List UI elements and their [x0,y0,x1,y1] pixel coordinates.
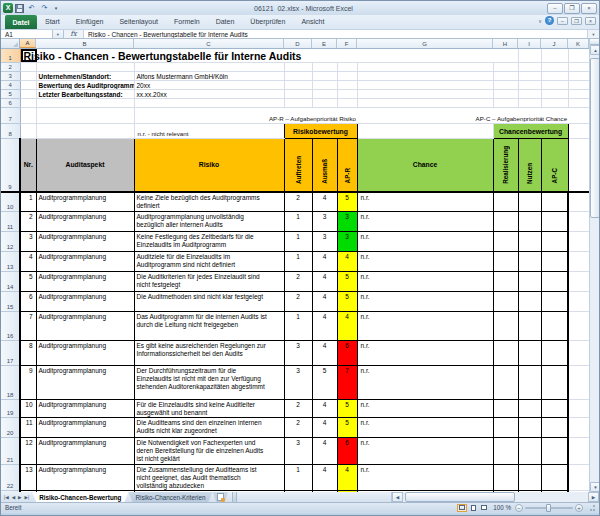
cell[interactable] [568,366,589,400]
cell-chance[interactable]: n.r. [357,192,493,212]
vertical-scroll-track[interactable] [590,55,600,482]
cell-apc[interactable] [541,400,568,418]
cell-nutzen[interactable] [518,341,541,366]
row-header[interactable]: 18 [1,366,20,400]
tab-ansicht[interactable]: Ansicht [293,15,332,29]
cell-risiko[interactable]: Die Zusammenstellung der Auditteams ist … [134,465,284,491]
cell[interactable] [312,63,337,72]
cell-auftreten[interactable]: 3 [284,438,312,465]
cell-nutzen[interactable] [518,292,541,312]
row-header[interactable]: 13 [1,252,20,272]
cell-nr[interactable]: 10 [20,400,36,418]
undo-button[interactable]: ↶ [26,3,37,13]
cell[interactable] [568,124,589,139]
cell-apc[interactable] [541,212,568,232]
column-header-h[interactable]: H [493,39,518,48]
cell-nutzen[interactable] [518,252,541,272]
cell-auditaspekt[interactable]: Auditprogrammplanung [36,366,134,400]
redo-button[interactable]: ↷ [39,3,50,13]
cell[interactable] [20,99,36,108]
column-header-c[interactable]: C [134,39,284,48]
cell-info-value[interactable]: Alfons Mustermann GmbH/Köln [134,72,284,81]
cell-ausmass[interactable]: 4 [312,192,337,212]
cell[interactable] [20,81,36,90]
cell[interactable] [337,63,357,72]
cell[interactable] [337,81,357,90]
cell[interactable] [568,63,589,72]
row-header[interactable]: 8 [1,124,20,139]
cell[interactable] [284,72,312,81]
cell[interactable] [20,72,36,81]
cell-apr[interactable]: 3 [337,232,357,252]
cell-nutzen[interactable] [518,212,541,232]
cell[interactable] [568,465,589,491]
name-box[interactable]: A1 [1,30,53,38]
cell[interactable] [493,81,518,90]
vertical-scroll-thumb[interactable] [590,58,600,218]
cell-auditaspekt[interactable]: Auditprogrammplanung [36,312,134,341]
cell-risiko[interactable]: Die Auditmethoden sind nicht klar festge… [134,292,284,312]
cell-auftreten[interactable]: 1 [284,465,312,491]
cell-chance[interactable]: n.r. [357,252,493,272]
cell-auditaspekt[interactable]: Auditprogrammplanung [36,272,134,292]
cell[interactable] [518,99,541,108]
cell-nr[interactable]: 1 [20,192,36,212]
cell[interactable] [357,72,493,81]
tab-einfuegen[interactable]: Einfügen [68,15,112,29]
header-auftreten[interactable]: Auftreten [284,139,312,192]
cell[interactable] [493,90,518,99]
cell-realisierung[interactable] [493,252,518,272]
cell-auftreten[interactable]: 1 [284,232,312,252]
tab-daten[interactable]: Daten [208,15,243,29]
cell-apr[interactable]: 4 [337,252,357,272]
vertical-scrollbar[interactable]: ▲ ▼ [589,39,600,492]
cell-chance[interactable]: n.r. [357,341,493,366]
cell-realisierung[interactable] [493,232,518,252]
header-ausmass[interactable]: Ausmaß [312,139,337,192]
cell-apc[interactable] [541,272,568,292]
column-header-k[interactable]: K [568,39,589,48]
column-header-f[interactable]: F [337,39,357,48]
page-layout-view-icon[interactable] [468,504,478,512]
row-header[interactable]: 16 [1,312,20,341]
cell-apr[interactable]: 5 [337,272,357,292]
cell-note[interactable]: n.r. - nicht relevant [134,124,284,139]
cell-nr[interactable]: 5 [20,272,36,292]
cell-realisierung[interactable] [493,292,518,312]
horizontal-scroll-thumb[interactable] [405,492,515,502]
cell-nr[interactable]: 9 [20,366,36,400]
cell-chance[interactable]: n.r. [357,292,493,312]
horizontal-scrollbar[interactable]: ◀ ▶ [391,492,599,502]
cell-chance[interactable]: n.r. [357,272,493,292]
cell[interactable] [518,72,541,81]
cell[interactable] [284,99,312,108]
zoom-level[interactable]: 100 % [493,504,511,511]
cell-chance[interactable]: n.r. [357,366,493,400]
cell-apr[interactable]: 5 [337,418,357,438]
cell[interactable] [518,81,541,90]
column-header-e[interactable]: E [312,39,337,48]
cell[interactable] [568,438,589,465]
cell-apr[interactable]: 7 [337,366,357,400]
cell-chance[interactable]: n.r. [357,418,493,438]
cell-auftreten[interactable]: 3 [284,366,312,400]
page-break-view-icon[interactable] [479,504,489,512]
header-nutzen[interactable]: Nutzen [518,139,541,192]
cell[interactable] [312,99,337,108]
cell[interactable] [20,124,36,139]
cell-risiko[interactable]: Für die Einzelaudits sind keine Auditlei… [134,400,284,418]
row-header[interactable]: 14 [1,272,20,292]
cell-ausmass[interactable]: 4 [312,252,337,272]
cell-ausmass[interactable]: 5 [312,366,337,400]
cell[interactable] [518,90,541,99]
cell-auftreten[interactable]: 1 [284,252,312,272]
cell-ausmass[interactable]: 3 [312,232,337,252]
row-header[interactable]: 2 [1,63,20,72]
cell-apc[interactable] [541,366,568,400]
cell[interactable] [568,312,589,341]
cell-auditaspekt[interactable]: Auditprogrammplanung [36,418,134,438]
cell-apc[interactable] [541,312,568,341]
cell-nr[interactable]: 3 [20,232,36,252]
cell[interactable] [541,49,568,63]
cell-auftreten[interactable]: 1 [284,312,312,341]
